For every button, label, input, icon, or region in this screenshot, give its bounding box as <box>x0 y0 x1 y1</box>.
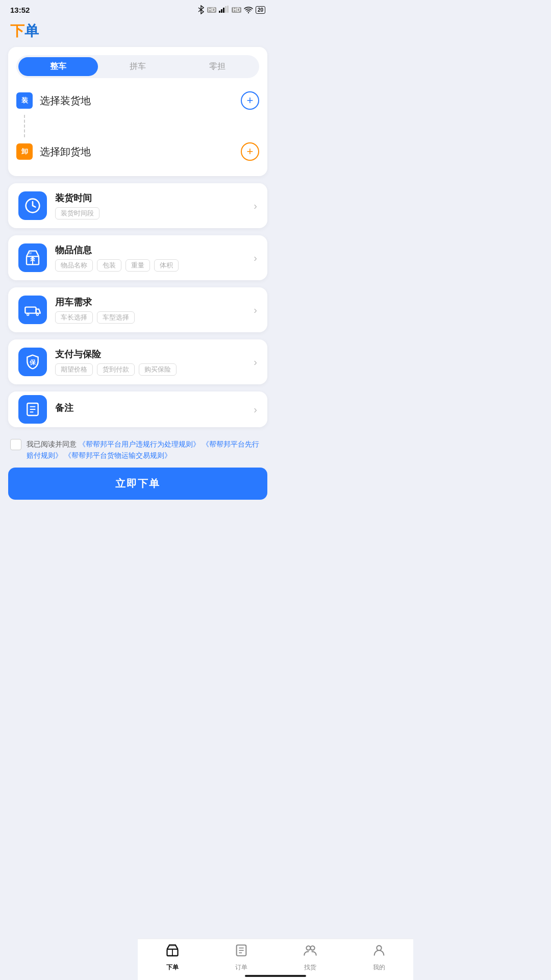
svg-rect-3 <box>221 9 222 13</box>
battery-icon: 20 <box>256 6 265 14</box>
svg-rect-2 <box>219 11 220 13</box>
svg-text:保: 保 <box>29 359 36 366</box>
location-section: 装 选择装货地 + 卸 选择卸货地 + <box>16 82 259 168</box>
tab-shared-truck[interactable]: 拼车 <box>98 57 178 76</box>
tag-volume: 体积 <box>154 259 179 272</box>
tag-buy-insurance: 购买保险 <box>139 363 177 376</box>
tag-expected-price: 期望价格 <box>55 363 93 376</box>
goods-info-content: 物品信息 物品名称 包装 重量 体积 <box>55 244 249 272</box>
loading-time-content: 装货时间 装货时间段 <box>55 192 249 219</box>
goods-info-title: 物品信息 <box>55 244 249 256</box>
svg-rect-11 <box>25 307 36 313</box>
dashed-connector <box>24 115 25 137</box>
tag-weight: 重量 <box>126 259 150 272</box>
payment-insurance-tags: 期望价格 货到付款 购买保险 <box>55 363 249 376</box>
tag-car-type: 车型选择 <box>97 311 135 324</box>
loading-time-tags: 装货时间段 <box>55 207 249 219</box>
load-badge: 装 <box>16 92 33 109</box>
signal-bars <box>219 6 229 14</box>
tag-packaging: 包装 <box>97 259 121 272</box>
unload-location-label: 选择卸货地 <box>40 145 241 159</box>
car-requirement-card[interactable]: 用车需求 车长选择 车型选择 › <box>8 287 267 332</box>
svg-rect-4 <box>223 8 224 13</box>
hd-label2: HD <box>232 7 241 13</box>
tab-selector: 整车 拼车 零担 <box>16 55 259 78</box>
svg-rect-5 <box>225 6 227 13</box>
status-time: 13:52 <box>10 6 30 14</box>
note-title: 备注 <box>55 402 249 414</box>
status-bar: 13:52 HD HD 20 <box>0 0 276 18</box>
loading-time-title: 装货时间 <box>55 192 249 204</box>
payment-insurance-card[interactable]: 保 支付与保险 期望价格 货到付款 购买保险 › <box>8 339 267 384</box>
tag-payment-on-delivery: 货到付款 <box>97 363 135 376</box>
add-load-button[interactable]: + <box>241 91 259 110</box>
note-content: 备注 <box>55 402 249 417</box>
hd-label: HD <box>207 7 216 13</box>
shield-icon: 保 <box>24 354 41 370</box>
svg-point-14 <box>28 314 29 315</box>
clock-icon <box>24 198 41 214</box>
loading-time-card[interactable]: 装货时间 装货时间段 › <box>8 183 267 228</box>
add-unload-button[interactable]: + <box>241 142 259 161</box>
app-title: 下单 <box>10 21 265 41</box>
truck-icon-wrap <box>18 296 47 324</box>
note-card[interactable]: 备注 › <box>8 391 267 427</box>
chevron-right-car: › <box>254 304 257 316</box>
chevron-right-time: › <box>254 200 257 212</box>
goods-info-tags: 物品名称 包装 重量 体积 <box>55 259 249 272</box>
submit-order-button[interactable]: 立即下单 <box>8 468 267 500</box>
tag-goods-name: 物品名称 <box>55 259 93 272</box>
chevron-right-note: › <box>254 404 257 415</box>
box-icon-wrap <box>18 243 47 272</box>
goods-info-card[interactable]: 物品信息 物品名称 包装 重量 体积 › <box>8 235 267 280</box>
load-location-label: 选择装货地 <box>40 94 241 108</box>
chevron-right-payment: › <box>254 356 257 368</box>
tab-whole-truck[interactable]: 整车 <box>18 57 98 76</box>
agreement-row: 我已阅读并同意 《帮帮邦平台用户违规行为处理规则》 《帮帮邦平台先行赔付规则》 … <box>8 434 267 468</box>
unload-badge: 卸 <box>16 143 33 160</box>
svg-point-15 <box>37 314 38 315</box>
svg-rect-6 <box>227 6 229 13</box>
agreement-text: 我已阅读并同意 《帮帮邦平台用户违规行为处理规则》 《帮帮邦平台先行赔付规则》 … <box>27 438 265 461</box>
agreement-prefix: 我已阅读并同意 <box>27 440 79 448</box>
shield-icon-wrap: 保 <box>18 348 47 376</box>
car-requirement-tags: 车长选择 车型选择 <box>55 311 249 324</box>
payment-insurance-content: 支付与保险 期望价格 货到付款 购买保险 <box>55 348 249 376</box>
car-requirement-title: 用车需求 <box>55 296 249 308</box>
agreement-link-1[interactable]: 《帮帮邦平台用户违规行为处理规则》 <box>79 440 200 448</box>
chevron-right-goods: › <box>254 252 257 264</box>
payment-insurance-title: 支付与保险 <box>55 348 249 360</box>
clock-icon-wrap <box>18 191 47 220</box>
unload-location-row[interactable]: 卸 选择卸货地 + <box>16 137 259 166</box>
tag-car-length: 车长选择 <box>55 311 93 324</box>
signal-icon <box>219 6 229 13</box>
truck-icon <box>24 302 41 318</box>
load-location-row[interactable]: 装 选择装货地 + <box>16 86 259 115</box>
svg-point-7 <box>248 12 249 13</box>
note-icon <box>24 401 41 418</box>
wifi-icon <box>244 6 253 13</box>
agreement-checkbox[interactable] <box>10 439 21 450</box>
tab-ltl[interactable]: 零担 <box>178 57 257 76</box>
status-icons: HD HD 20 <box>197 5 265 14</box>
tag-time-slot: 装货时间段 <box>55 207 99 219</box>
car-requirement-content: 用车需求 车长选择 车型选择 <box>55 296 249 324</box>
header: 下单 <box>0 18 276 47</box>
box-icon <box>24 250 41 266</box>
note-icon-wrap <box>18 395 47 424</box>
order-type-card: 整车 拼车 零担 装 选择装货地 + 卸 选择卸货地 + <box>8 47 267 176</box>
bluetooth-icon <box>197 5 205 14</box>
main-content: 整车 拼车 零担 装 选择装货地 + 卸 选择卸货地 + <box>0 47 276 559</box>
agreement-link-3[interactable]: 《帮帮邦平台货物运输交易规则》 <box>64 451 171 459</box>
